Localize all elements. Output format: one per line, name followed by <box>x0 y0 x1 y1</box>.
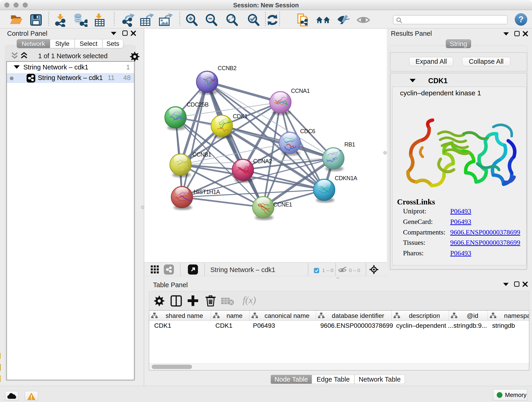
svg-text:CCNE1: CCNE1 <box>273 201 292 208</box>
svg-text:CCNA1: CCNA1 <box>291 88 310 94</box>
svg-text:CDC6: CDC6 <box>300 128 315 134</box>
svg-text:CDK1: CDK1 <box>233 113 247 119</box>
svg-text:RB1: RB1 <box>344 141 355 148</box>
svg-text:CDKN1A: CDKN1A <box>335 175 357 181</box>
svg-text:CCNB2: CCNB2 <box>218 65 236 71</box>
svg-text:CCNA2: CCNA2 <box>253 158 272 164</box>
svg-text:CCNB1: CCNB1 <box>192 151 211 158</box>
svg-text:CDC25B: CDC25B <box>187 101 209 108</box>
svg-text:HIST1H1A: HIST1H1A <box>194 189 220 195</box>
